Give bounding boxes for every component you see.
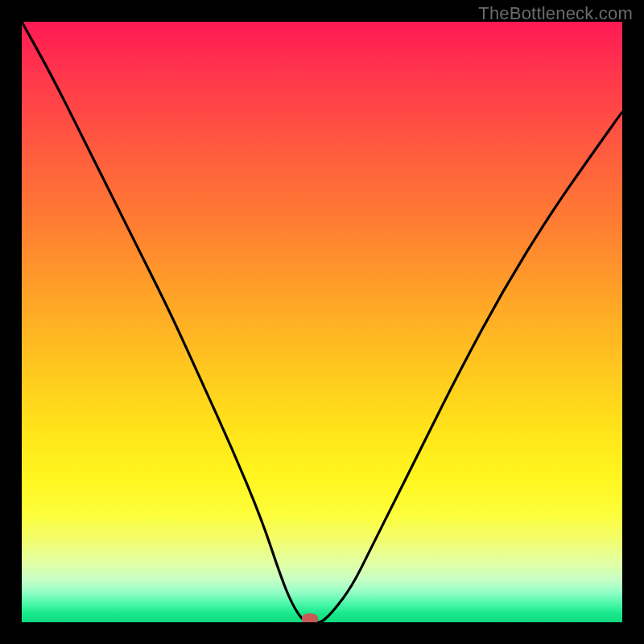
chart-frame: TheBottleneck.com [0, 0, 644, 644]
optimal-marker-icon [302, 613, 318, 622]
plot-area [22, 22, 622, 622]
bottleneck-curve [22, 22, 622, 622]
